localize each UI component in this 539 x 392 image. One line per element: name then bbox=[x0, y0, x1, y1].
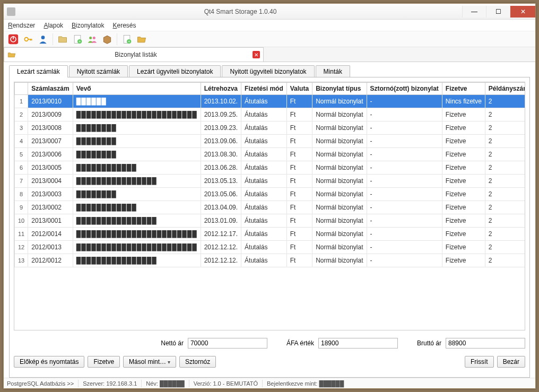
cell: - bbox=[367, 95, 442, 108]
table-row[interactable]: 72013/0004████████████████2013.05.13.Átu… bbox=[15, 175, 525, 188]
table-row[interactable]: 82013/0003████████2013.05.06.ÁtutalásFtN… bbox=[15, 188, 525, 201]
col-header-5[interactable]: Bizonylat típus bbox=[312, 83, 367, 95]
close-icon[interactable]: ✕ bbox=[253, 51, 260, 58]
paid-button[interactable]: Fizetve bbox=[88, 356, 120, 368]
col-header-1[interactable]: Vevő bbox=[73, 83, 201, 95]
table-row[interactable]: 122012/0013████████████████████████2012.… bbox=[15, 241, 525, 254]
maximize-button[interactable]: ☐ bbox=[486, 6, 510, 18]
col-header-8[interactable]: Példányszám bbox=[485, 83, 525, 95]
table-row[interactable]: 92013/0002████████████2013.04.09.Átutalá… bbox=[15, 201, 525, 214]
cell: Átutalás bbox=[241, 254, 287, 267]
folder-open-icon[interactable] bbox=[135, 33, 148, 46]
key-icon[interactable] bbox=[22, 33, 34, 46]
cell: Normál bizonylat bbox=[312, 161, 367, 175]
menu-bizonylatok[interactable]: Bizonylatok bbox=[72, 22, 104, 29]
tab-panel: SzámlaszámVevőLétrehozvaFizetési módValu… bbox=[9, 77, 530, 378]
tab-0[interactable]: Lezárt számlák bbox=[9, 65, 68, 77]
user-icon[interactable] bbox=[37, 33, 49, 46]
netto-input[interactable] bbox=[188, 338, 267, 349]
cell: - bbox=[367, 135, 442, 148]
afa-input[interactable] bbox=[318, 338, 398, 349]
svg-point-3 bbox=[24, 37, 28, 41]
tabs: Lezárt számlákNyitott számlákLezárt ügyv… bbox=[9, 65, 530, 77]
grid-scroll[interactable]: SzámlaszámVevőLétrehozvaFizetési módValu… bbox=[14, 82, 525, 330]
cell: ████████████████ bbox=[73, 254, 201, 267]
cell: 2 bbox=[485, 121, 525, 135]
storno-button[interactable]: Sztornóz bbox=[179, 356, 216, 368]
cell: Átutalás bbox=[241, 108, 287, 121]
table-row[interactable]: 22013/0009████████████████████████2013.0… bbox=[15, 108, 525, 121]
cell: ████████████ bbox=[73, 201, 201, 214]
col-header-2[interactable]: Létrehozva bbox=[201, 83, 241, 95]
cell: 2012/0013 bbox=[28, 241, 73, 254]
cell: 2 bbox=[485, 241, 525, 254]
col-header-3[interactable]: Fizetési mód bbox=[241, 83, 287, 95]
tab-2[interactable]: Lezárt ügyviteli bizonylatok bbox=[129, 65, 221, 77]
document-tab[interactable]: Bizonylat listák ✕ bbox=[4, 47, 264, 62]
cell: 2013/0008 bbox=[28, 121, 73, 135]
copy-as-button[interactable]: Másol mint… bbox=[123, 356, 176, 368]
window-title: Qt4 Smart Storage 1.0.40 bbox=[19, 8, 462, 15]
cell: - bbox=[367, 148, 442, 161]
tab-1[interactable]: Nyitott számlák bbox=[69, 65, 128, 77]
table-row[interactable]: 42013/0007████████2013.09.06.ÁtutalásFtN… bbox=[15, 135, 525, 148]
col-header-0[interactable]: Számlaszám bbox=[28, 83, 73, 95]
power-icon[interactable] bbox=[7, 33, 20, 46]
svg-text:+: + bbox=[79, 39, 81, 43]
cell: Fizetve bbox=[442, 108, 485, 121]
close-window-button[interactable]: ✕ bbox=[510, 6, 535, 18]
preview-print-button[interactable]: Előkép és nyomtatás bbox=[14, 356, 84, 368]
cell: Fizetve bbox=[442, 135, 485, 148]
status-server: Szerver: 192.168.3.1 bbox=[83, 380, 137, 387]
menu-alapok[interactable]: Alapok bbox=[44, 22, 63, 29]
col-rownum[interactable] bbox=[15, 83, 28, 95]
table-row[interactable]: 102013/0001████████████████2013.01.09.Át… bbox=[15, 214, 525, 228]
users-icon[interactable] bbox=[86, 33, 99, 46]
cell: Átutalás bbox=[241, 241, 287, 254]
cell: - bbox=[367, 254, 442, 267]
cell: ████████████████████████ bbox=[73, 241, 201, 254]
brutto-input[interactable] bbox=[446, 338, 525, 349]
tab-4[interactable]: Minták bbox=[316, 65, 350, 77]
table-row[interactable]: 132012/0012████████████████2012.12.12.Át… bbox=[15, 254, 525, 267]
cell: ████████████████████████ bbox=[73, 228, 201, 241]
col-header-7[interactable]: Fizetve bbox=[442, 83, 485, 95]
tab-3[interactable]: Nyitott ügyviteli bizonylatok bbox=[222, 65, 314, 77]
cell: 2013.09.25. bbox=[201, 108, 241, 121]
app-window: Qt4 Smart Storage 1.0.40 — ☐ ✕ Rendszer … bbox=[3, 3, 536, 389]
cell: 2013.09.23. bbox=[201, 121, 241, 135]
cell: - bbox=[367, 121, 442, 135]
folder-icon[interactable] bbox=[56, 33, 69, 46]
table-row[interactable]: 32013/0008████████2013.09.23.ÁtutalásFtN… bbox=[15, 121, 525, 135]
row-number: 11 bbox=[15, 228, 28, 241]
add-doc-icon[interactable]: + bbox=[120, 33, 133, 46]
table-row[interactable]: 12013/0010██████2013.10.02.ÁtutalásFtNor… bbox=[15, 95, 525, 108]
col-header-4[interactable]: Valuta bbox=[286, 83, 312, 95]
cell: 2013.10.02. bbox=[201, 95, 241, 108]
menu-kereses[interactable]: Keresés bbox=[112, 22, 136, 29]
new-doc-icon[interactable]: + bbox=[71, 33, 84, 46]
table-row[interactable]: 62013/0005████████████2013.06.28.Átutalá… bbox=[15, 161, 525, 175]
cell: 2013/0009 bbox=[28, 108, 73, 121]
folder-open-icon bbox=[7, 51, 16, 58]
cell: Normál bizonylat bbox=[312, 201, 367, 214]
cell: 2 bbox=[485, 228, 525, 241]
row-number: 3 bbox=[15, 121, 28, 135]
cell: 2013.06.28. bbox=[201, 161, 241, 175]
cell: ██████ bbox=[73, 95, 201, 108]
menu-rendszer[interactable]: Rendszer bbox=[8, 22, 35, 29]
refresh-button[interactable]: Frissít bbox=[465, 356, 494, 368]
cell: Ft bbox=[286, 148, 312, 161]
cell: 2 bbox=[485, 135, 525, 148]
table-row[interactable]: 112012/0014████████████████████████2012.… bbox=[15, 228, 525, 241]
package-icon[interactable] bbox=[101, 33, 114, 46]
cell: Átutalás bbox=[241, 175, 287, 188]
cell: 2013/0001 bbox=[28, 214, 73, 228]
cell: 2 bbox=[485, 175, 525, 188]
close-button[interactable]: Bezár bbox=[497, 356, 525, 368]
cell: Átutalás bbox=[241, 214, 287, 228]
col-header-6[interactable]: Sztornó(zott) bizonylat bbox=[367, 83, 442, 95]
table-row[interactable]: 52013/0006████████2013.08.30.ÁtutalásFtN… bbox=[15, 148, 525, 161]
cell: Fizetve bbox=[442, 201, 485, 214]
minimize-button[interactable]: — bbox=[462, 6, 486, 18]
